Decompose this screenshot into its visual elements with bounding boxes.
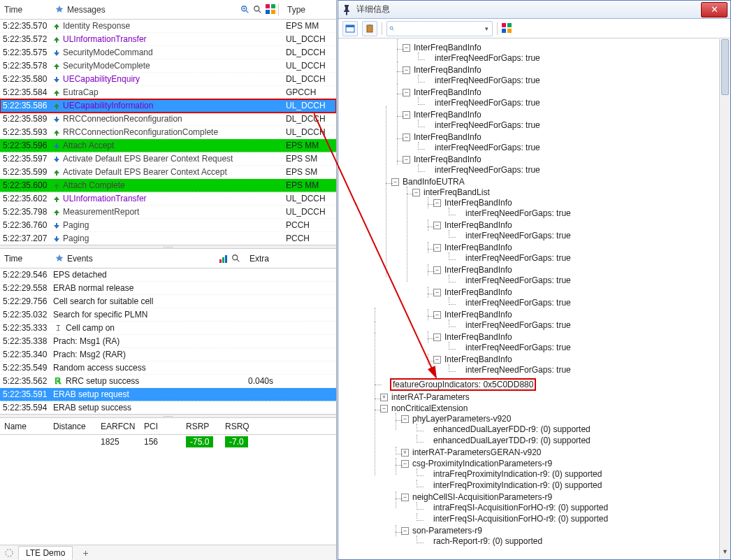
- collapse-icon[interactable]: [391, 178, 399, 186]
- tab-add[interactable]: +: [77, 547, 94, 559]
- collapse-icon[interactable]: [433, 244, 441, 252]
- tree-node[interactable]: neighCellSI-AcquisitionParameters-r9intr…: [403, 491, 728, 525]
- tree-node[interactable]: interFreqNeedForGaps: true: [425, 164, 728, 175]
- event-row[interactable]: 5:22:35.549Random access success: [0, 361, 336, 375]
- chevron-down-icon[interactable]: ▾: [481, 25, 492, 32]
- tree-node[interactable]: phyLayerParameters-v920enhancedDualLayer…: [403, 413, 728, 447]
- tree-node[interactable]: interFreqNeedForGaps: true: [425, 52, 728, 64]
- tree-node[interactable]: interFreqNeedForGaps: true: [456, 364, 728, 375]
- message-row[interactable]: 5:22:35.589RRCConnectionReconfigurationD…: [0, 113, 336, 126]
- tree-node[interactable]: interFreqNeedForGaps: true: [456, 320, 728, 331]
- tree-node[interactable]: interFreqNeedForGaps: true: [425, 97, 728, 108]
- tab-lte-demo[interactable]: LTE Demo: [18, 546, 73, 559]
- chart-icon[interactable]: [219, 254, 229, 264]
- tree-node[interactable]: interFreqNeedForGaps: true: [456, 230, 728, 241]
- col-messages-hdr[interactable]: Messages: [50, 2, 283, 17]
- close-button[interactable]: ✕: [701, 2, 728, 17]
- scroll-down-icon[interactable]: ▼: [720, 548, 730, 559]
- tree-node[interactable]: InterFreqBandInfointerFreqNeedForGaps: t…: [435, 242, 728, 264]
- collapse-icon[interactable]: [403, 134, 410, 141]
- expand-icon[interactable]: [401, 449, 409, 457]
- message-row[interactable]: 5:22:35.584EutraCapGPCCH: [0, 86, 336, 99]
- message-row[interactable]: 5:22:35.593RRCConnectionReconfigurationC…: [0, 126, 336, 139]
- col-time-hdr[interactable]: Time: [0, 254, 50, 264]
- message-row[interactable]: 5:22:35.602ULInformationTransferUL_DCCH: [0, 192, 336, 206]
- grid-icon[interactable]: [502, 24, 512, 34]
- collapse-icon[interactable]: [380, 405, 388, 412]
- col-dist[interactable]: Distance: [49, 420, 96, 433]
- collapse-icon[interactable]: [433, 289, 441, 296]
- tree-node[interactable]: InterFreqBandInfointerFreqNeedForGaps: t…: [435, 220, 728, 242]
- collapse-icon[interactable]: [433, 266, 441, 274]
- collapse-icon[interactable]: [401, 494, 409, 501]
- collapse-icon[interactable]: [403, 111, 410, 119]
- scrollbar-thumb[interactable]: [721, 39, 729, 95]
- collapse-icon[interactable]: [433, 199, 441, 207]
- search-icon[interactable]: [253, 5, 263, 15]
- message-row[interactable]: 5:22:35.597Activate Default EPS Bearer C…: [0, 152, 336, 166]
- collapse-icon[interactable]: [433, 222, 441, 229]
- tree-node[interactable]: interFreqNeedForGaps: true: [425, 142, 728, 153]
- event-row[interactable]: 5:22:35.032Search for specific PLMN: [0, 308, 336, 322]
- tree-node[interactable]: InterFreqBandInfointerFreqNeedForGaps: t…: [404, 131, 728, 154]
- collapse-icon[interactable]: [412, 189, 420, 196]
- search-input[interactable]: [397, 24, 481, 34]
- tree-node[interactable]: InterFreqBandInfointerFreqNeedForGaps: t…: [404, 154, 728, 176]
- tree-node[interactable]: csg-ProximityIndicationParameters-r9intr…: [403, 458, 728, 491]
- expand-icon[interactable]: [380, 394, 388, 401]
- message-row[interactable]: 5:22:35.575SecurityModeCommandDL_DCCH: [0, 46, 336, 59]
- vertical-scrollbar[interactable]: ▲ ▼: [719, 39, 730, 559]
- tree-node[interactable]: InterFreqBandInfointerFreqNeedForGaps: t…: [435, 287, 728, 309]
- col-name[interactable]: Name: [0, 420, 49, 433]
- event-row[interactable]: 5:22:35.591ERAB setup request: [0, 388, 336, 401]
- tree-node[interactable]: interFreqNeedForGaps: true: [425, 120, 728, 131]
- search-box[interactable]: ▾: [386, 21, 493, 36]
- details-titlebar[interactable]: 详细信息 ✕: [338, 1, 730, 19]
- tree-node[interactable]: interRAT-ParametersGERAN-v920: [403, 447, 728, 458]
- message-row[interactable]: 5:22:35.570Identity ResponseEPS MM: [0, 20, 336, 33]
- tree-node[interactable]: son-Parameters-r9rach-Report-r9: (0) sup…: [403, 525, 728, 547]
- collapse-icon[interactable]: [433, 333, 441, 341]
- tree-view[interactable]: InterFreqBandInfointerFreqNeedForGaps: t…: [338, 39, 730, 559]
- tree-node[interactable]: interFreqProximityIndication-r9: (0) sup…: [424, 480, 728, 491]
- message-row[interactable]: 5:22:37.207PagingPCCH: [0, 232, 336, 245]
- tree-node[interactable]: interFreqNeedForGaps: true: [456, 342, 728, 353]
- event-row[interactable]: 5:22:29.546EPS detached: [0, 268, 336, 282]
- col-pci[interactable]: PCI: [140, 420, 182, 433]
- event-row[interactable]: 5:22:35.333𝙸Cell camp on: [0, 322, 336, 335]
- tree-node[interactable]: InterFreqBandInfointerFreqNeedForGaps: t…: [435, 264, 728, 287]
- tree-node[interactable]: enhancedDualLayerFDD-r9: (0) supported: [424, 424, 728, 435]
- event-row[interactable]: 5:22:35.338Prach: Msg1 (RA): [0, 335, 336, 348]
- collapse-icon[interactable]: [403, 44, 410, 52]
- col-type-hdr[interactable]: Type: [283, 3, 336, 16]
- col-extra-hdr[interactable]: Extra: [245, 254, 336, 264]
- zoom-in-icon[interactable]: [240, 5, 250, 15]
- collapse-icon[interactable]: [401, 527, 409, 535]
- message-row[interactable]: 5:22:35.600Attach CompleteEPS MM: [0, 179, 336, 192]
- calendar-icon[interactable]: [342, 21, 358, 36]
- tree-node[interactable]: InterFreqBandInfointerFreqNeedForGaps: t…: [435, 354, 728, 376]
- cell-row[interactable]: 1825156-75.0-7.0: [0, 435, 336, 449]
- tree-node[interactable]: InterFreqBandInfointerFreqNeedForGaps: t…: [435, 197, 728, 220]
- tree-node[interactable]: enhancedDualLayerTDD-r9: (0) supported: [424, 435, 728, 446]
- tree-node[interactable]: interFreqNeedForGaps: true: [425, 75, 728, 86]
- message-row[interactable]: 5:22:35.580UECapabilityEnquiryDL_DCCH: [0, 73, 336, 86]
- tree-node[interactable]: BandInfoEUTRAinterFreqBandListInterFreqB…: [393, 176, 728, 378]
- collapse-icon[interactable]: [403, 156, 410, 164]
- tree-node[interactable]: InterFreqBandInfointerFreqNeedForGaps: t…: [435, 331, 728, 354]
- tree-node[interactable]: interFreqNeedForGaps: true: [456, 252, 728, 264]
- messages-list[interactable]: 5:22:35.570Identity ResponseEPS MM5:22:3…: [0, 20, 336, 245]
- tree-node[interactable]: InterFreqBandInfointerFreqNeedForGaps: t…: [435, 309, 728, 331]
- tree-node[interactable]: interFreqSI-AcquisitionForHO-r9: (0) sup…: [424, 513, 728, 524]
- tree-node[interactable]: interFreqBandListInterFreqBandInfointerF…: [414, 187, 728, 377]
- tree-node[interactable]: featureGroupIndicators: 0x5C0DD880: [382, 378, 728, 392]
- tree-node[interactable]: intraFreqSI-AcquisitionForHO-r9: (0) sup…: [424, 502, 728, 513]
- tree-node[interactable]: InterFreqBandInfointerFreqNeedForGaps: t…: [404, 109, 728, 131]
- clipboard-icon[interactable]: [362, 21, 377, 36]
- events-list[interactable]: 5:22:29.546EPS detached5:22:29.558ERAB n…: [0, 268, 336, 414]
- message-row[interactable]: 5:22:36.760PagingPCCH: [0, 219, 336, 232]
- tree-node[interactable]: InterFreqBandInfointerFreqNeedForGaps: t…: [404, 64, 728, 87]
- event-row[interactable]: 5:22:35.562ℝRRC setup success0.040s: [0, 375, 336, 388]
- message-row[interactable]: 5:22:35.578SecurityModeCompleteUL_DCCH: [0, 59, 336, 73]
- message-row[interactable]: 5:22:35.798MeasurementReportUL_DCCH: [0, 206, 336, 219]
